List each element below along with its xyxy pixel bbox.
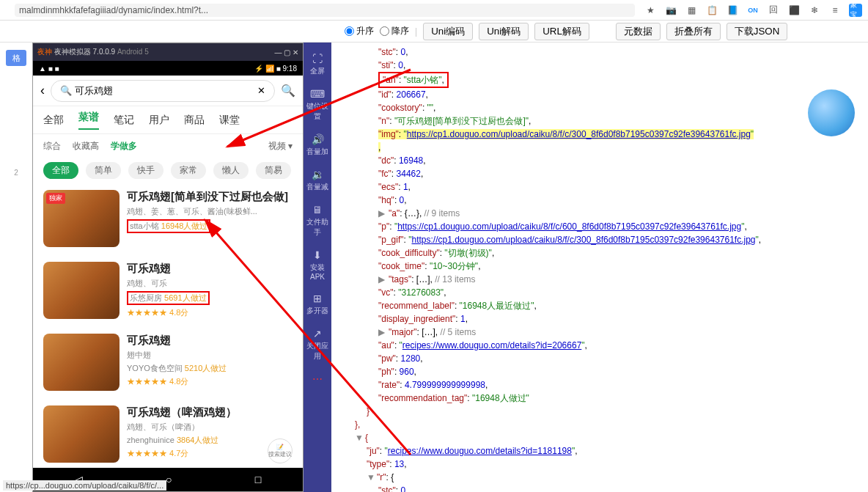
back-icon[interactable]: ‹: [40, 83, 45, 98]
side-more[interactable]: ⋯: [304, 367, 331, 392]
ext-on-icon[interactable]: ON: [746, 4, 760, 17]
emu-title: 夜神 夜神模拟器 7.0.0.9 Android 5: [37, 47, 149, 57]
sort-desc-radio[interactable]: 降序: [380, 25, 409, 37]
uni-decode-button[interactable]: Uni解码: [479, 23, 529, 40]
emu-window-controls[interactable]: — ▢ ✕: [274, 48, 298, 56]
ext-x-icon[interactable]: ▦: [685, 4, 698, 17]
side-close[interactable]: ↗关闭应用: [304, 322, 331, 367]
extension-icons: ★ 📷 ▦ 📋 📘 ON 回 ⬛ ❄ ≡ 家宝: [644, 4, 862, 17]
collapse-all-button[interactable]: 折叠所有: [666, 23, 721, 40]
side-volup[interactable]: 🔊音量加: [304, 128, 331, 163]
nav-recent-icon[interactable]: □: [255, 474, 261, 485]
clear-icon[interactable]: ✕: [257, 85, 265, 96]
status-url: https://cp...douguo.com/upload/caiku/8/f…: [3, 480, 166, 491]
recipe-list[interactable]: 独家 可乐鸡翅[简单到没下过厨也会做] 鸡翅、姜、葱、可乐、酱油(味极鲜... …: [33, 183, 303, 468]
metadata-button[interactable]: 元数据: [616, 23, 661, 40]
tab-goods[interactable]: 商品: [184, 114, 205, 127]
subtab-learnmore[interactable]: 学做多: [111, 140, 137, 153]
recipe-item[interactable]: 可乐鸡翅（啤酒鸡翅） 鸡翅、可乐（啤酒） zhenghuinice 3864人做…: [43, 398, 293, 468]
emulator-sidebar: ⛶全屏 ⌨键位设置 🔊音量加 🔉音量减 🖥文件助手 ⬇安装APK ⊞多开器 ↗关…: [304, 43, 331, 492]
exclusive-badge: 独家: [46, 193, 65, 204]
recipe-tags: 鸡翅、可乐（啤酒）: [127, 422, 293, 433]
ext-star-icon[interactable]: ★: [644, 4, 657, 17]
index-badge[interactable]: 格: [6, 50, 26, 66]
recipe-tags: 鸡翅、姜、葱、可乐、酱油(味极鲜...: [127, 206, 293, 217]
recipe-title: 可乐鸡翅: [127, 262, 293, 276]
uni-encode-button[interactable]: Uni编码: [423, 23, 473, 40]
subtab-comprehensive[interactable]: 综合: [43, 140, 61, 153]
ext-jiabao-icon[interactable]: 家宝: [849, 4, 862, 17]
ext-box-icon[interactable]: 回: [767, 4, 780, 17]
tab-users[interactable]: 用户: [149, 114, 169, 127]
recipe-item[interactable]: 可乐鸡翅 翅中翅 YOYO食色空间 5210人做过 ★★★★★ 4.8分: [43, 326, 293, 398]
url-bar[interactable]: malmdinmhkkfafefagiiiad/dynamic/index.ht…: [15, 4, 635, 17]
tab-recipe[interactable]: 菜谱: [78, 111, 99, 130]
side-fullscreen[interactable]: ⛶全屏: [304, 47, 331, 82]
tab-class[interactable]: 课堂: [219, 114, 240, 127]
recipe-tags: 翅中翅: [127, 350, 293, 361]
tab-all[interactable]: 全部: [43, 114, 64, 127]
emulator-window: 夜神 夜神模拟器 7.0.0.9 Android 5 — ▢ ✕ ▲ ■ ■ ⚡…: [32, 43, 304, 492]
chip-all[interactable]: 全部: [43, 162, 78, 179]
side-apk[interactable]: ⬇安装APK: [304, 243, 331, 287]
recipe-item[interactable]: 独家 可乐鸡翅[简单到没下过厨也会做] 鸡翅、姜、葱、可乐、酱油(味极鲜... …: [43, 183, 293, 254]
url-decode-button[interactable]: URL解码: [534, 23, 589, 40]
json-viewer[interactable]: "stc": 0, "sti": 0, "an": "stta小铭", "id"…: [331, 43, 868, 492]
ext-snow-icon[interactable]: ❄: [808, 4, 821, 17]
ext-book-icon[interactable]: 📘: [726, 4, 739, 17]
recipe-tags: 鸡翅、可乐: [127, 278, 293, 289]
recipe-rating: ★★★★★ 4.8分: [127, 376, 293, 387]
subtab-favhigh[interactable]: 收藏高: [73, 140, 99, 153]
ext-clip-icon[interactable]: 📋: [705, 4, 718, 17]
recipe-title: 可乐鸡翅[简单到没下过厨也会做]: [127, 190, 293, 204]
tab-notes[interactable]: 笔记: [114, 114, 134, 127]
recipe-title: 可乐鸡翅（啤酒鸡翅）: [127, 405, 293, 419]
ext-sq-icon[interactable]: ⬛: [787, 4, 801, 17]
globe-icon: [808, 89, 855, 136]
chip-lazy[interactable]: 懒人: [213, 162, 249, 179]
chip-simple[interactable]: 简单: [86, 162, 121, 179]
search-input[interactable]: 🔍 可乐鸡翅 ✕: [51, 80, 275, 102]
side-file[interactable]: 🖥文件助手: [304, 198, 331, 243]
status-right: ⚡ 📶 ■ 9:18: [254, 65, 297, 73]
recipe-title: 可乐鸡翅: [127, 334, 293, 348]
chip-easy[interactable]: 简易: [256, 162, 291, 179]
search-icon[interactable]: 🔍: [281, 84, 295, 98]
side-voldown[interactable]: 🔉音量减: [304, 163, 331, 198]
status-left: ▲ ■ ■: [39, 65, 59, 73]
recipe-item[interactable]: 可乐鸡翅 鸡翅、可乐 乐悠厨房 5691人做过 ★★★★★ 4.8分: [43, 254, 293, 326]
ext-camera-icon[interactable]: 📷: [664, 4, 677, 17]
nav-home-icon[interactable]: ○: [166, 474, 172, 485]
suggest-button[interactable]: 📝搜索建议: [268, 438, 293, 463]
side-multi[interactable]: ⊞多开器: [304, 287, 331, 322]
chip-home[interactable]: 家常: [171, 162, 206, 179]
ext-menu-icon[interactable]: ≡: [828, 4, 842, 17]
subtab-video[interactable]: 视频 ▾: [268, 140, 293, 153]
recipe-rating: ★★★★★ 4.8分: [127, 307, 293, 318]
chip-fast[interactable]: 快手: [128, 162, 163, 179]
download-json-button[interactable]: 下载JSON: [727, 23, 788, 40]
sort-asc-radio[interactable]: 升序: [345, 25, 374, 37]
side-keymap[interactable]: ⌨键位设置: [304, 82, 331, 128]
